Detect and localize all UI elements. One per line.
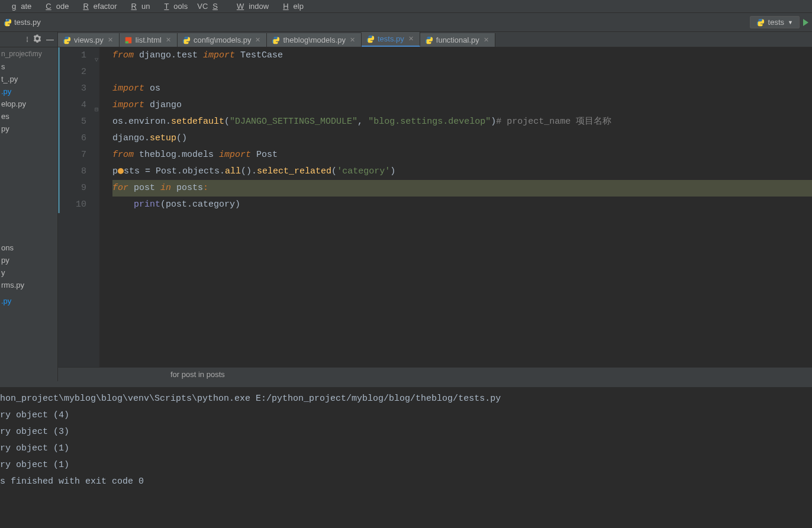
code-editor[interactable]: 1▽234⊟5678910 from django.test import Te… bbox=[58, 47, 812, 367]
python-file-icon bbox=[366, 35, 375, 43]
tab-label: list.html bbox=[136, 36, 162, 44]
sidebar-item[interactable]: s bbox=[0, 60, 57, 73]
python-file-icon bbox=[63, 36, 71, 44]
tab-tests-py[interactable]: tests.py✕ bbox=[362, 32, 420, 47]
sidebar-item[interactable]: .py bbox=[0, 85, 57, 98]
nav-file-name: tests.py bbox=[14, 18, 41, 27]
code-line[interactable]: os.environ.setdefault("DJANGO_SETTINGS_M… bbox=[112, 114, 812, 130]
code-content[interactable]: from django.test import TestCaseimport o… bbox=[99, 47, 812, 367]
python-file-icon bbox=[272, 36, 280, 44]
menu-vcs[interactable]: VCS bbox=[192, 1, 227, 12]
sidebar-item[interactable]: .py bbox=[0, 295, 57, 307]
run-console[interactable]: hon_project\myblog\blog\venv\Scripts\pyt… bbox=[0, 381, 812, 528]
code-line[interactable]: import os bbox=[112, 81, 812, 97]
tab-theblog-models-py[interactable]: theblog\models.py✕ bbox=[267, 33, 362, 47]
sidebar-item[interactable]: es bbox=[0, 110, 57, 123]
run-button[interactable] bbox=[803, 19, 808, 26]
console-line: ry object (1) bbox=[0, 440, 812, 457]
line-number: 1 bbox=[58, 47, 86, 64]
python-icon bbox=[756, 18, 765, 27]
svg-point-0 bbox=[6, 20, 7, 20]
run-config-dropdown[interactable]: tests ▼ bbox=[750, 16, 800, 28]
fold-icon[interactable]: ⊟ bbox=[95, 102, 98, 118]
menu-run[interactable]: Run bbox=[122, 1, 155, 12]
menu-help[interactable]: Help bbox=[273, 1, 308, 12]
fold-icon[interactable]: ▽ bbox=[95, 52, 98, 69]
gear-icon[interactable] bbox=[33, 34, 41, 44]
menu-refactor[interactable]: Refactor bbox=[73, 1, 121, 12]
editor-area: views.py✕list.html✕config\models.py✕theb… bbox=[58, 32, 812, 381]
console-line: ry object (3) bbox=[0, 424, 812, 440]
line-number: 2 bbox=[58, 64, 86, 81]
code-line[interactable]: import django bbox=[112, 97, 812, 114]
line-number: 5 bbox=[58, 114, 86, 130]
line-number: 3 bbox=[58, 81, 86, 97]
menu-window[interactable]: Window bbox=[227, 1, 273, 12]
nav-bar: tests.py tests ▼ bbox=[0, 13, 812, 32]
code-line[interactable]: django.setup() bbox=[112, 130, 812, 147]
main-area: ⁞ — n_project\my st_.py.pyelop.pyespy on… bbox=[0, 32, 812, 381]
sidebar-item[interactable]: t_.py bbox=[0, 73, 57, 85]
close-icon[interactable]: ✕ bbox=[165, 36, 172, 44]
tab-config-models-py[interactable]: config\models.py✕ bbox=[178, 33, 268, 47]
console-line: s finished with exit code 0 bbox=[0, 474, 812, 490]
sidebar-item[interactable]: py bbox=[0, 123, 57, 135]
tab-label: views.py bbox=[74, 36, 104, 44]
line-number: 6 bbox=[58, 130, 86, 147]
console-line: ry object (4) bbox=[0, 407, 812, 424]
warning-icon[interactable] bbox=[118, 168, 124, 174]
svg-rect-3 bbox=[125, 41, 128, 43]
sidebar-item[interactable]: py bbox=[0, 254, 57, 266]
code-breadcrumb[interactable]: for post in posts bbox=[58, 367, 812, 381]
close-icon[interactable]: ✕ bbox=[107, 36, 114, 44]
tab-label: config\models.py bbox=[194, 36, 252, 44]
line-number: 10 bbox=[58, 197, 86, 213]
tab-label: functional.py bbox=[436, 36, 479, 44]
menu-code[interactable]: Code bbox=[36, 1, 73, 12]
sidebar-toolbar: ⁞ — bbox=[0, 32, 57, 47]
code-line[interactable]: from django.test import TestCase bbox=[112, 47, 812, 64]
line-number: 7 bbox=[58, 147, 86, 163]
close-icon[interactable]: ✕ bbox=[482, 36, 490, 44]
console-line: hon_project\myblog\blog\venv\Scripts\pyt… bbox=[0, 391, 812, 407]
close-icon[interactable]: ✕ bbox=[349, 36, 356, 44]
dots-icon[interactable]: ⁞ bbox=[26, 35, 28, 44]
tab-functional-py[interactable]: functional.py✕ bbox=[420, 33, 495, 47]
python-file-icon bbox=[425, 36, 433, 44]
chevron-down-icon: ▼ bbox=[788, 20, 793, 25]
tab-label: tests.py bbox=[378, 34, 404, 43]
svg-point-1 bbox=[9, 24, 9, 25]
python-file-icon bbox=[4, 18, 12, 27]
menu-tools[interactable]: Tools bbox=[154, 1, 192, 12]
code-line[interactable]: psts = Post.objects.all().select_related… bbox=[112, 163, 812, 180]
code-line[interactable]: print(post.category) bbox=[112, 197, 812, 213]
run-config-label: tests bbox=[768, 18, 784, 27]
project-sidebar: ⁞ — n_project\my st_.py.pyelop.pyespy on… bbox=[0, 32, 58, 381]
console-line: ry object (1) bbox=[0, 457, 812, 474]
collapse-icon[interactable]: — bbox=[46, 35, 54, 44]
sidebar-item[interactable]: elop.py bbox=[0, 98, 57, 110]
tab-views-py[interactable]: views.py✕ bbox=[58, 33, 120, 47]
line-number: 4 bbox=[58, 97, 86, 114]
tab-bar: views.py✕list.html✕config\models.py✕theb… bbox=[58, 32, 812, 47]
close-icon[interactable]: ✕ bbox=[407, 35, 415, 43]
menu-gate[interactable]: gate bbox=[2, 1, 36, 12]
sidebar-path: n_project\my bbox=[0, 47, 57, 60]
tab-list-html[interactable]: list.html✕ bbox=[120, 33, 178, 47]
python-file-icon bbox=[182, 36, 191, 44]
sidebar-item[interactable]: ons bbox=[0, 242, 57, 254]
tab-label: theblog\models.py bbox=[283, 36, 346, 44]
code-line[interactable]: for post in posts: bbox=[112, 180, 812, 197]
code-line[interactable] bbox=[112, 64, 812, 81]
html-file-icon bbox=[124, 36, 133, 44]
line-number: 9 bbox=[58, 180, 86, 197]
sidebar-item[interactable]: y bbox=[0, 266, 57, 279]
menu-bar: gateCodeRefactorRunToolsVCSWindowHelp bbox=[0, 0, 812, 13]
line-number: 8 bbox=[58, 163, 86, 180]
close-icon[interactable]: ✕ bbox=[254, 36, 262, 44]
code-line[interactable]: from theblog.models import Post bbox=[112, 147, 812, 163]
gutter: 1▽234⊟5678910 bbox=[58, 47, 99, 367]
sidebar-item[interactable]: rms.py bbox=[0, 279, 57, 291]
breadcrumb-text: for post in posts bbox=[170, 370, 225, 379]
